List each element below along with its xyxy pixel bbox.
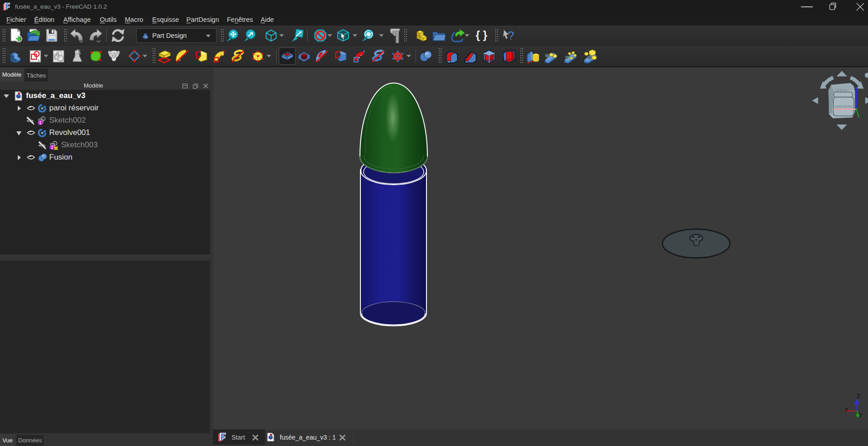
svg-text:X: X xyxy=(845,406,849,413)
svg-text:Z: Z xyxy=(857,393,860,399)
svg-text:Y: Y xyxy=(858,412,863,419)
svg-text:HAUT: HAUT xyxy=(835,88,847,93)
svg-text:ARRIÈRE: ARRIÈRE xyxy=(834,104,853,109)
svg-text:?: ? xyxy=(508,29,514,42)
